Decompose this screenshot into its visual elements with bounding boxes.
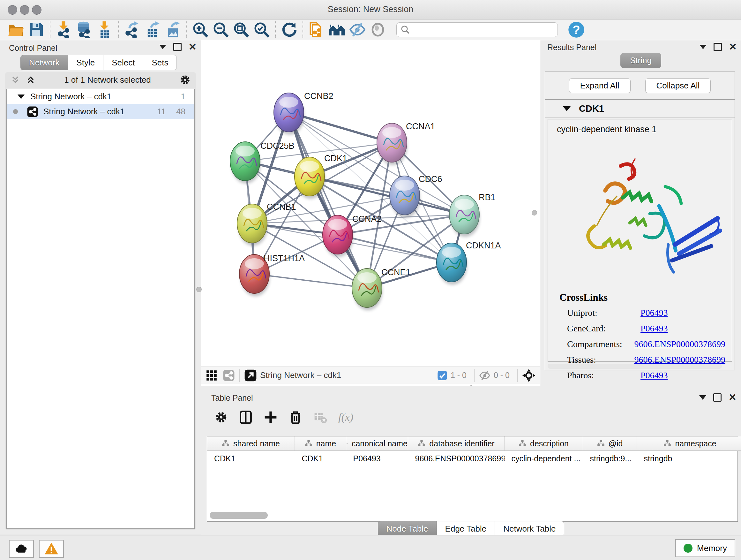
save-session-button[interactable] (26, 20, 47, 39)
tab-string[interactable]: String (620, 53, 661, 68)
network-node-ccnb2[interactable] (274, 93, 304, 135)
crosslink-link[interactable]: P06493 (641, 308, 668, 318)
table-cell[interactable]: P06493 (346, 451, 408, 466)
column-header-description[interactable]: description (504, 436, 583, 451)
panel-menu-icon[interactable] (699, 395, 706, 400)
float-panel-icon[interactable] (714, 43, 722, 51)
add-column-icon[interactable] (264, 410, 278, 424)
column-header-canonical-name[interactable]: canonical name (346, 436, 408, 451)
collapse-all-icon[interactable] (10, 75, 20, 85)
cloud-button[interactable] (9, 540, 34, 558)
delete-column-trash-icon[interactable] (288, 410, 302, 424)
network-node-cdkn1a[interactable] (436, 243, 467, 285)
network-panel: 1 of 1 Network selected String Network –… (5, 72, 196, 530)
network-node-cdc6[interactable] (390, 176, 420, 218)
table-cell[interactable]: stringdb:9... (583, 451, 637, 466)
help-button[interactable]: ? (566, 20, 587, 39)
collapse-all-button[interactable]: Collapse All (645, 78, 711, 93)
column-header--id[interactable]: @id (583, 436, 637, 451)
export-table-button[interactable] (142, 20, 163, 39)
results-scrollbar[interactable] (548, 364, 722, 369)
network-node-cdc25b[interactable] (230, 142, 260, 184)
show-details-button[interactable] (367, 20, 388, 39)
warnings-button[interactable] (39, 540, 64, 558)
memory-button[interactable]: Memory (675, 539, 735, 557)
tab-network-table[interactable]: Network Table (495, 521, 564, 537)
table-cell[interactable]: stringdb (637, 451, 741, 466)
gear-icon[interactable] (179, 74, 191, 85)
panel-menu-icon[interactable] (699, 45, 706, 49)
network-node-ccne1[interactable] (352, 268, 382, 310)
table-cell[interactable]: CDK1 (295, 451, 346, 466)
table-horizontal-scrollbar[interactable] (210, 512, 268, 519)
zoom-fit-button[interactable] (231, 20, 252, 39)
main-toolbar: ? (0, 19, 741, 40)
expand-all-icon[interactable] (25, 75, 36, 85)
close-panel-icon[interactable]: ✕ (729, 44, 737, 50)
tab-network[interactable]: Network (20, 55, 68, 70)
delete-table-icon[interactable] (313, 410, 327, 424)
detach-view-icon[interactable] (244, 369, 257, 382)
grid-view-icon[interactable] (205, 369, 218, 381)
network-canvas[interactable]: CCNB2CCNA1CDC25BCDK1CDC6RB1CCNB1CCNA2CDK… (201, 40, 540, 367)
show-columns-icon[interactable] (239, 410, 253, 424)
network-file-button[interactable] (307, 20, 327, 39)
tab-edge-table[interactable]: Edge Table (437, 521, 495, 537)
import-network-button[interactable] (54, 20, 74, 39)
crosslink-link[interactable]: P06493 (641, 370, 668, 381)
column-header-database-identifier[interactable]: database identifier (408, 436, 504, 451)
zoom-selected-button[interactable] (252, 20, 272, 39)
crosslink-label: Pharos: (567, 370, 641, 381)
selected-checkbox-icon[interactable] (437, 370, 448, 381)
float-panel-icon[interactable] (713, 393, 722, 401)
collapse-tree-icon[interactable] (17, 95, 24, 99)
collapse-gene-icon[interactable] (563, 106, 570, 111)
search-input[interactable] (410, 25, 554, 35)
import-table-button[interactable] (94, 20, 115, 39)
export-image-button[interactable] (163, 20, 183, 39)
float-panel-icon[interactable] (173, 43, 182, 51)
column-header-namespace[interactable]: namespace (637, 436, 741, 451)
network-node-cdk1[interactable] (294, 157, 325, 199)
tab-style[interactable]: Style (68, 55, 104, 70)
table-cell[interactable]: 9606.ENSP00000378699 (408, 451, 504, 466)
tab-select[interactable]: Select (104, 55, 143, 70)
export-network-button[interactable] (122, 20, 142, 39)
crosslink-link[interactable]: 9606.ENSP00000378699 (634, 339, 725, 349)
table-cell[interactable]: cyclin-dependent ... (504, 451, 583, 466)
tab-sets[interactable]: Sets (143, 55, 177, 70)
table-cell[interactable]: CDK1 (207, 451, 295, 466)
network-row[interactable]: String Network – cdk1 11 48 (7, 104, 194, 119)
table-row[interactable]: CDK1CDK1P064939606.ENSP00000378699cyclin… (207, 451, 741, 466)
gene-section-header[interactable]: CDK1 (545, 100, 735, 118)
function-builder-button[interactable]: f(x) (338, 411, 353, 423)
network-node-rb1[interactable] (449, 195, 480, 237)
network-node-ccnb1[interactable] (237, 204, 267, 246)
crosslink-link[interactable]: P06493 (641, 323, 668, 334)
hide-details-button[interactable] (347, 20, 367, 39)
birdseye-target-icon[interactable] (522, 369, 536, 382)
two-houses-button[interactable] (327, 20, 347, 39)
panel-menu-icon[interactable] (159, 45, 166, 49)
network-view[interactable]: CCNB2CCNA1CDC25BCDK1CDC6RB1CCNB1CCNA2CDK… (201, 40, 540, 386)
close-panel-icon[interactable]: ✕ (729, 394, 737, 401)
table-settings-gear-icon[interactable] (214, 411, 228, 424)
column-header-name[interactable]: name (295, 436, 346, 451)
zoom-out-button[interactable] (211, 20, 231, 39)
refresh-view-button[interactable] (279, 20, 299, 39)
network-collection-row[interactable]: String Network – cdk1 1 (7, 89, 194, 104)
node-label: CCNA2 (352, 214, 382, 224)
splitter-handle[interactable] (532, 210, 537, 215)
share-view-icon[interactable] (223, 369, 235, 381)
expand-all-button[interactable]: Expand All (569, 78, 630, 93)
export-table-icon (144, 21, 161, 38)
hidden-eye-icon[interactable] (479, 370, 490, 381)
close-panel-icon[interactable]: ✕ (189, 44, 197, 50)
tab-node-table[interactable]: Node Table (378, 521, 437, 537)
import-network-from-database-button[interactable] (74, 20, 94, 39)
splitter-handle[interactable] (196, 287, 202, 292)
column-header-shared-name[interactable]: shared name (207, 436, 295, 451)
open-session-button[interactable] (6, 20, 26, 39)
network-node-ccna2[interactable] (323, 215, 353, 257)
zoom-in-button[interactable] (190, 20, 211, 39)
